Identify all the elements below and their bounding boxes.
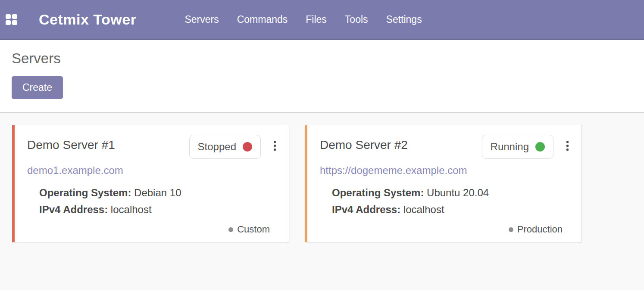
status-label: Running (491, 141, 529, 153)
apps-grid-square (6, 20, 11, 25)
server-url-link[interactable]: https://dogememe.example.com (320, 164, 467, 176)
tag-row: Custom (27, 224, 278, 235)
page-title: Servers (12, 50, 644, 67)
kebab-menu-icon[interactable] (272, 139, 278, 152)
status-dot-icon (535, 142, 545, 152)
field-value: Ubuntu 20.04 (427, 187, 489, 198)
server-name: Demo Server #2 (320, 138, 408, 152)
kebab-dot (274, 145, 276, 147)
kebab-menu-icon[interactable] (565, 139, 570, 152)
control-panel: Servers Create (0, 40, 644, 112)
server-tag: Production (509, 224, 563, 235)
field-label: IPv4 Address: (332, 204, 400, 215)
nav-item-tools[interactable]: Tools (345, 14, 368, 25)
nav-item-servers[interactable]: Servers (184, 14, 219, 25)
field-operating-system: Operating System: Debian 10 (39, 184, 278, 201)
app-title: Cetmix Tower (39, 11, 136, 28)
server-tag: Custom (228, 224, 270, 235)
top-navbar: Cetmix Tower Servers Commands Files Tool… (0, 0, 644, 40)
kebab-dot (566, 149, 569, 151)
status-badge[interactable]: Stopped (189, 135, 261, 159)
nav-item-commands[interactable]: Commands (237, 14, 288, 25)
tag-label: Production (517, 224, 563, 235)
main-menu: Servers Commands Files Tools Settings (184, 14, 422, 25)
tag-row: Production (320, 224, 570, 235)
card-header: Demo Server #2 Running (320, 135, 570, 159)
server-details: Operating System: Ubuntu 20.04 IPv4 Addr… (332, 184, 570, 218)
server-name: Demo Server #1 (27, 138, 115, 152)
apps-grid-icon[interactable] (6, 14, 17, 25)
tag-label: Custom (237, 224, 270, 235)
apps-grid-square (6, 14, 11, 19)
kebab-dot (274, 141, 276, 143)
status-badge[interactable]: Running (482, 135, 553, 159)
tag-dot-icon (228, 227, 233, 232)
kanban-view: Demo Server #1 Stopped demo1.example.com… (0, 112, 644, 290)
nav-item-files[interactable]: Files (306, 14, 327, 25)
field-label: Operating System: (332, 187, 424, 198)
tag-dot-icon (509, 227, 513, 232)
field-label: Operating System: (39, 187, 131, 198)
kebab-dot (274, 149, 276, 151)
create-button[interactable]: Create (12, 76, 63, 99)
apps-grid-square (12, 14, 17, 19)
field-ipv4-address: IPv4 Address: localhost (39, 201, 278, 218)
status-dot-icon (243, 142, 252, 152)
kebab-dot (566, 145, 569, 147)
server-card-demo-server-2[interactable]: Demo Server #2 Running https://dogememe.… (305, 125, 582, 242)
kebab-dot (566, 141, 569, 143)
field-value: Debian 10 (134, 187, 181, 198)
card-header: Demo Server #1 Stopped (27, 135, 278, 159)
field-label: IPv4 Address: (39, 204, 108, 215)
nav-item-settings[interactable]: Settings (386, 14, 422, 25)
status-label: Stopped (198, 141, 236, 153)
field-operating-system: Operating System: Ubuntu 20.04 (332, 184, 570, 201)
apps-grid-square (12, 20, 17, 25)
field-ipv4-address: IPv4 Address: localhost (332, 201, 570, 218)
field-value: localhost (403, 204, 444, 215)
server-details: Operating System: Debian 10 IPv4 Address… (39, 184, 278, 218)
field-value: localhost (111, 204, 152, 215)
server-card-demo-server-1[interactable]: Demo Server #1 Stopped demo1.example.com… (12, 125, 289, 242)
server-url-link[interactable]: demo1.example.com (27, 164, 123, 176)
